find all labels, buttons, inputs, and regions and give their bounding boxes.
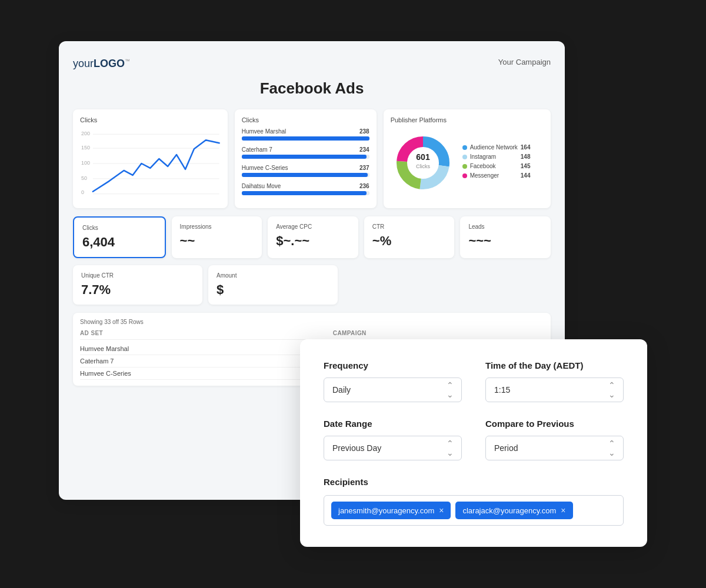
logo: yourLOGO™ [73, 58, 130, 70]
svg-text:601: 601 [416, 152, 430, 162]
date-range-select[interactable]: Previous Day Last 7 Days Last 30 Days Th… [324, 436, 462, 460]
svg-text:200: 200 [81, 131, 90, 136]
donut-svg: 601 Clicks [391, 131, 455, 195]
line-chart-svg: 200 150 100 50 0 [80, 128, 221, 199]
form-section-1: Frequency Daily Weekly Monthly ⌃⌄ Time o… [324, 360, 624, 402]
schedule-modal: Frequency Daily Weekly Monthly ⌃⌄ Time o… [300, 339, 647, 547]
metrics-row-1: Clicks 6,404 Impressions ~~ Average CPC … [73, 216, 551, 258]
clicks-line-chart: Clicks 200 150 100 50 0 [73, 109, 228, 208]
metric-card[interactable]: CTR ~% [364, 216, 455, 258]
legend-item: Instagram 148 [462, 153, 531, 160]
svg-text:150: 150 [81, 145, 90, 151]
frequency-group: Frequency Daily Weekly Monthly ⌃⌄ [324, 360, 462, 402]
form-section-2: Date Range Previous Day Last 7 Days Last… [324, 419, 624, 460]
legend-item: Audience Network 164 [462, 144, 531, 151]
logo-your: your [73, 58, 94, 69]
legend-item: Messenger 144 [462, 172, 531, 179]
svg-text:0: 0 [81, 189, 84, 195]
donut-chart: Publisher Platforms 601 Clicks [384, 109, 551, 208]
time-label: Time of the Day (AEDT) [485, 360, 624, 370]
metric-card[interactable]: Impressions ~~ [172, 216, 262, 258]
donut-legend: Audience Network 164 Instagram 148 Faceb… [462, 144, 531, 182]
logo-main: LOGO [94, 58, 125, 69]
recipients-section: Recipients janesmith@youragency.com × cl… [324, 477, 624, 526]
svg-text:Clicks: Clicks [416, 163, 430, 169]
metric-card-secondary[interactable]: Unique CTR 7.7% [73, 265, 202, 305]
recipient-remove-button[interactable]: × [439, 506, 444, 515]
frequency-select-wrapper[interactable]: Daily Weekly Monthly ⌃⌄ [324, 377, 462, 402]
recipient-remove-button[interactable]: × [561, 506, 565, 515]
bar-item: Caterham 7 234 [242, 146, 369, 159]
recipients-box: janesmith@youragency.com × clarajack@you… [324, 495, 624, 526]
bar-item: Daihatsu Move 236 [242, 183, 369, 195]
compare-group: Compare to Previous Period Year None ⌃⌄ [485, 419, 624, 460]
bar-chart-label: Clicks [242, 116, 369, 123]
dashboard-header: yourLOGO™ Your Campaign [73, 58, 551, 70]
frequency-select[interactable]: Daily Weekly Monthly [324, 377, 462, 402]
table-col-ad-set: AD SET [80, 330, 333, 336]
table-info: Showing 33 off 35 Rows [80, 319, 544, 325]
metric-card[interactable]: Average CPC $~.~~ [268, 216, 358, 258]
recipient-tag: clarajack@youragency.com × [455, 502, 572, 519]
svg-text:50: 50 [81, 175, 87, 181]
donut-section: 601 Clicks Audience Network 164 Instagra… [391, 128, 544, 195]
campaign-label: Your Campaign [498, 58, 551, 66]
date-range-label: Date Range [324, 419, 462, 429]
compare-select[interactable]: Period Year None [485, 436, 624, 460]
table-header-row: AD SET CAMPAIGN [80, 330, 544, 340]
metric-card-secondary[interactable]: Amount $ [208, 265, 338, 305]
charts-row: Clicks 200 150 100 50 0 [73, 109, 551, 208]
metrics-row-2: Unique CTR 7.7% Amount $ [73, 265, 551, 305]
table-col-campaign: CAMPAIGN [333, 330, 544, 336]
metric-card[interactable]: Leads ~~~ [460, 216, 551, 258]
time-select[interactable]: 1:15 2:00 3:00 [485, 377, 624, 402]
bar-items: Humvee Marshal 238 Caterham 7 234 Humvee… [242, 128, 369, 195]
bar-item: Humvee Marshal 238 [242, 128, 369, 141]
compare-select-wrapper[interactable]: Period Year None ⌃⌄ [485, 436, 624, 460]
recipient-email: janesmith@youragency.com [338, 506, 434, 515]
frequency-label: Frequency [324, 360, 462, 370]
bar-chart: Clicks Humvee Marshal 238 Caterham 7 234… [235, 109, 377, 208]
time-select-wrapper[interactable]: 1:15 2:00 3:00 ⌃⌄ [485, 377, 624, 402]
recipient-email: clarajack@youragency.com [462, 506, 556, 515]
donut-chart-label: Publisher Platforms [391, 116, 544, 123]
date-range-group: Date Range Previous Day Last 7 Days Last… [324, 419, 462, 460]
line-chart-label: Clicks [80, 116, 221, 123]
metric-card[interactable]: Clicks 6,404 [73, 216, 166, 258]
svg-text:100: 100 [81, 160, 90, 166]
page-title: Facebook Ads [73, 79, 551, 98]
bar-item: Humvee C-Series 237 [242, 165, 369, 177]
recipient-tag: janesmith@youragency.com × [331, 502, 451, 519]
recipients-label: Recipients [324, 477, 624, 487]
legend-item: Facebook 145 [462, 163, 531, 169]
time-group: Time of the Day (AEDT) 1:15 2:00 3:00 ⌃⌄ [485, 360, 624, 402]
date-range-select-wrapper[interactable]: Previous Day Last 7 Days Last 30 Days Th… [324, 436, 462, 460]
compare-label: Compare to Previous [485, 419, 624, 429]
logo-tm: ™ [125, 58, 130, 64]
